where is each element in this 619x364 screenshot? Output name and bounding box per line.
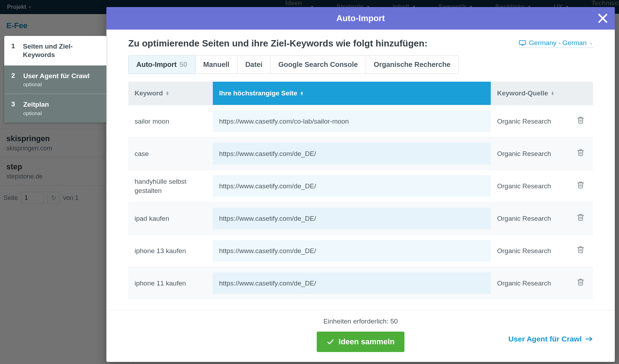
next-step-link[interactable]: User Agent für Crawl [508, 335, 593, 343]
svg-rect-2 [519, 40, 526, 44]
cell-source: Organic Research [491, 175, 568, 197]
region-label: Germany - German [529, 39, 587, 47]
wizard-step-user-agent[interactable]: 2 User Agent für Crawl optional [4, 65, 106, 94]
delete-row-button[interactable] [568, 110, 593, 133]
trash-icon [577, 183, 584, 190]
cell-page-url: https://www.casetify.com/de_DE/ [213, 175, 491, 197]
modal-footer: Einheiten erforderlich: 50 Ideen sammeln… [106, 310, 615, 362]
cell-page-url: https://www.casetify.com/de_DE/ [213, 240, 491, 262]
wizard-step-pages-keywords[interactable]: 1 Seiten und Ziel-Keywords [4, 36, 106, 65]
units-required-label: Einheiten erforderlich: 50 [323, 318, 398, 325]
cell-keyword: ipad kaufen [128, 208, 213, 230]
arrow-right-icon [585, 336, 593, 342]
cell-keyword: iphone 13 kaufen [128, 240, 213, 262]
wizard-steps: 1 Seiten und Ziel-Keywords 2 User Agent … [4, 36, 106, 123]
tab-organic-research[interactable]: Organische Recherche [366, 55, 459, 74]
cell-source: Organic Research [491, 208, 568, 230]
delete-row-button[interactable] [568, 175, 593, 197]
desktop-icon [519, 40, 526, 46]
col-top-page[interactable]: Ihre höchstrangige Seite ▲▼ [213, 82, 491, 105]
modal-title: Auto-Import [336, 13, 385, 23]
table-row: handyhülle selbst gestaltenhttps://www.c… [128, 170, 593, 202]
tab-manual[interactable]: Manuell [196, 55, 237, 74]
table-row: iphone 11 kaufenhttps://www.casetify.com… [128, 267, 593, 299]
delete-row-button[interactable] [568, 239, 593, 262]
delete-row-button[interactable] [568, 207, 593, 230]
collect-ideas-button[interactable]: Ideen sammeln [317, 332, 404, 352]
cell-keyword: handyhülle selbst gestalten [128, 171, 213, 201]
cell-source: Organic Research [491, 240, 568, 262]
tab-gsc[interactable]: Google Search Console [271, 55, 366, 74]
trash-icon [577, 247, 584, 255]
cell-keyword: case [128, 143, 213, 165]
table-body[interactable]: sailor moonhttps://www.casetify.com/co-l… [128, 105, 593, 307]
trash-icon [577, 150, 584, 158]
tab-auto-import[interactable]: Auto-Import50 [128, 55, 196, 74]
close-icon[interactable] [597, 13, 608, 24]
wizard-step-schedule[interactable]: 3 Zeitplan optional [4, 94, 106, 123]
auto-import-modal: Auto-Import Zu optimierende Seiten und i… [106, 7, 615, 362]
check-icon [327, 338, 334, 346]
col-keyword-source[interactable]: Keyword-Quelle ▲▼ [491, 82, 593, 105]
sort-icon: ▲▼ [300, 91, 304, 95]
cell-source: Organic Research [491, 143, 568, 165]
cell-page-url: https://www.casetify.com/de_DE/ [213, 272, 491, 294]
table-row: sailor moonhttps://www.casetify.com/co-l… [128, 105, 593, 137]
table-row: casehttps://www.casetify.com/de_DE/Organ… [128, 137, 593, 170]
cell-source: Organic Research [491, 272, 568, 294]
modal-heading: Zu optimierende Seiten und ihre Ziel-Key… [128, 38, 427, 49]
trash-icon [577, 280, 584, 287]
table-row: ipad kaufenhttps://www.casetify.com/de_D… [128, 202, 593, 234]
chevron-down-icon: ⌄ [589, 40, 593, 45]
modal-header: Auto-Import [106, 7, 615, 30]
cell-source: Organic Research [491, 111, 568, 132]
cell-keyword: iphone 11 kaufen [128, 272, 213, 294]
trash-icon [577, 118, 584, 125]
delete-row-button[interactable] [568, 142, 593, 165]
cell-keyword: sailor moon [128, 111, 213, 132]
trash-icon [577, 215, 584, 222]
import-source-tabs: Auto-Import50 Manuell Datei Google Searc… [128, 55, 593, 74]
col-keyword[interactable]: Keyword ▲▼ [128, 82, 213, 105]
region-selector[interactable]: Germany - German ⌄ [519, 39, 593, 48]
delete-row-button[interactable] [568, 272, 593, 295]
sort-icon: ▲▼ [166, 91, 169, 95]
table-row: iphone 13 kaufenhttps://www.casetify.com… [128, 234, 593, 267]
tab-file[interactable]: Datei [237, 55, 271, 74]
cell-page-url: https://www.casetify.com/de_DE/ [213, 143, 491, 165]
table-header: Keyword ▲▼ Ihre höchstrangige Seite ▲▼ K… [128, 82, 593, 105]
cell-page-url: https://www.casetify.com/de_DE/ [213, 208, 491, 230]
cell-page-url: https://www.casetify.com/co-lab/sailor-m… [213, 111, 491, 132]
keywords-table: Keyword ▲▼ Ihre höchstrangige Seite ▲▼ K… [128, 82, 593, 307]
sort-icon: ▲▼ [551, 91, 555, 95]
